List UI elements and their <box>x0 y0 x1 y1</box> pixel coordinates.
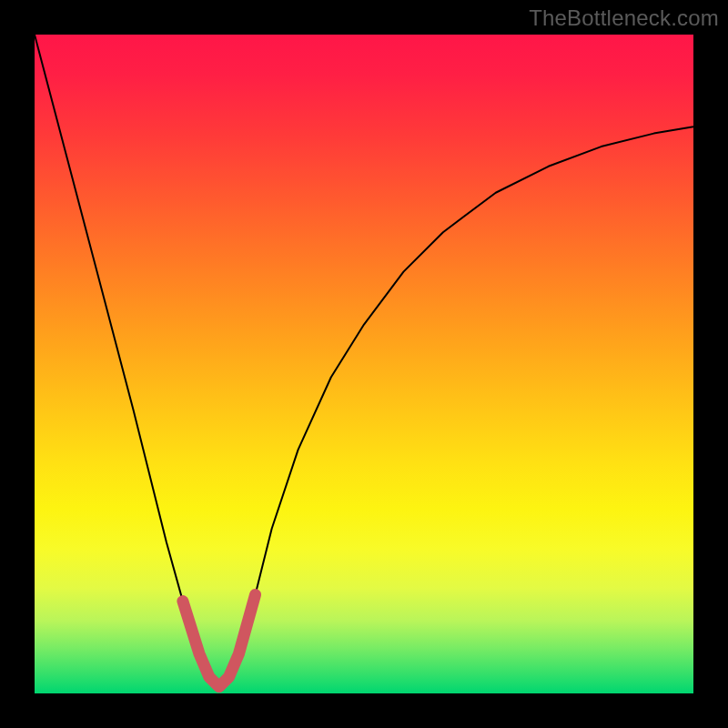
valley-highlight <box>183 594 256 686</box>
curve-layer <box>35 35 693 693</box>
watermark-text: TheBottleneck.com <box>529 5 719 31</box>
plot-area <box>35 35 693 693</box>
bottleneck-curve <box>35 35 693 687</box>
chart-frame: TheBottleneck.com <box>0 0 728 728</box>
